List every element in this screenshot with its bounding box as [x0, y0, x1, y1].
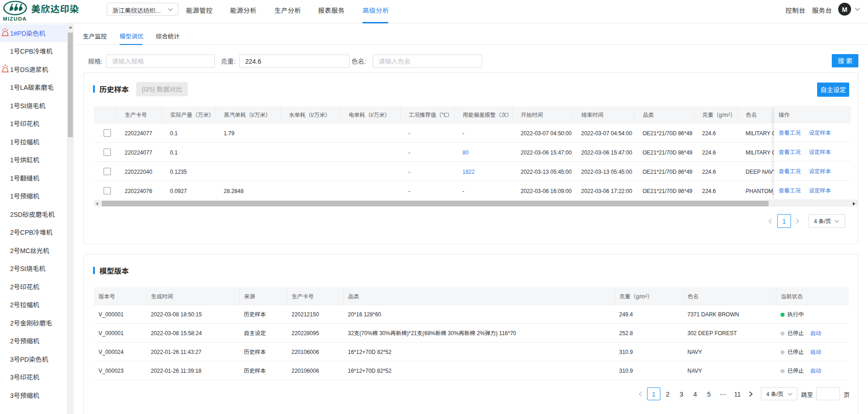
svg-text:MIZUDA: MIZUDA: [3, 16, 27, 22]
